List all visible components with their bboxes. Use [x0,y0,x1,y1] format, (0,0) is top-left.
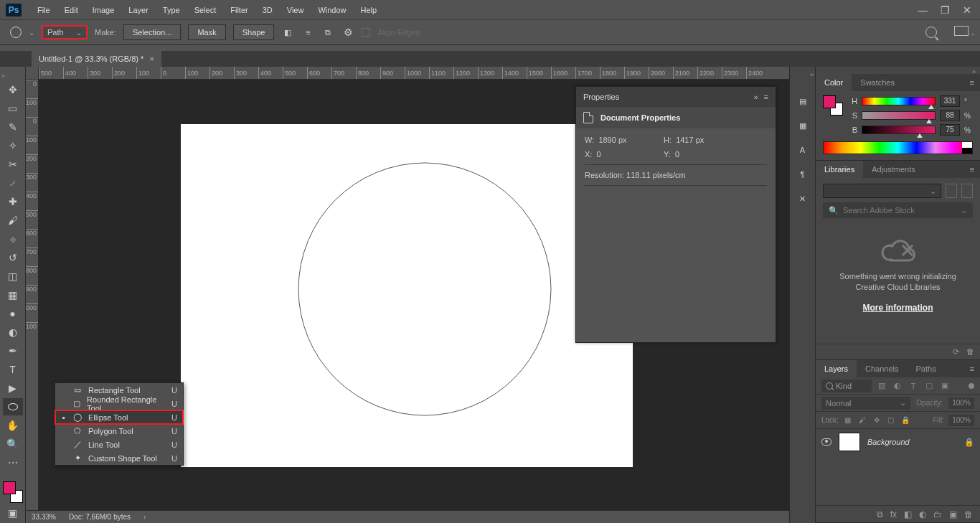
paragraph-panel-icon[interactable]: ¶ [796,167,810,182]
make-selection-button[interactable]: Selection... [123,24,181,40]
path-arrangement-icon[interactable]: ⧉ [321,26,334,39]
crop-tool-icon[interactable]: ✂ [3,156,23,173]
properties-panel-icon[interactable]: ▦ [796,118,810,133]
character-panel-icon[interactable]: A [796,143,810,157]
lock-image-icon[interactable]: 🖌 [857,416,867,424]
menu-file[interactable]: File [30,6,57,14]
eyedropper-tool-icon[interactable]: ⟋ [3,174,23,192]
filter-smart-icon[interactable]: ▣ [939,380,951,392]
color-fgbg-swatch[interactable] [823,95,843,116]
filter-adjustment-icon[interactable]: ◐ [892,380,903,392]
flyout-ellipse-tool[interactable]: ▪ ◯ Ellipse Tool U [55,410,183,424]
more-information-link[interactable]: More information [823,303,973,313]
library-picker-dropdown[interactable]: ⌄ [823,184,941,198]
canvas[interactable] [181,124,633,467]
ruler-horizontal[interactable]: 5004003002001000100200300400500600700800… [39,67,789,80]
foreground-color-swatch[interactable] [3,481,16,494]
color-spectrum[interactable] [823,141,973,154]
ruler-origin[interactable] [26,67,39,80]
window-restore-icon[interactable]: ❐ [941,4,950,16]
eraser-tool-icon[interactable]: ◫ [3,268,23,285]
trash-icon[interactable]: 🗑 [964,509,973,519]
move-tool-icon[interactable]: ✥ [3,81,23,98]
doc-info[interactable]: Doc: 7,66M/0 bytes [69,513,131,521]
foreground-color[interactable] [823,95,836,108]
blur-tool-icon[interactable]: ● [3,305,23,322]
layer-row-background[interactable]: Background 🔒 [816,429,980,455]
trash-icon[interactable]: 🗑 [966,347,974,357]
opacity-input[interactable]: 100% [948,397,974,409]
search-icon[interactable] [925,27,937,38]
layer-mask-icon[interactable]: ◧ [904,509,912,519]
history-panel-icon[interactable]: ▤ [796,94,810,108]
blend-mode-dropdown[interactable]: Normal⌄ [821,397,910,410]
close-icon[interactable]: × [149,55,154,63]
flyout-polygon-tool[interactable]: ⬠ Polygon Tool U [55,424,183,438]
window-minimize-icon[interactable]: — [918,4,928,16]
menu-select[interactable]: Select [187,6,224,14]
filter-type-icon[interactable]: T [908,380,919,392]
gradient-tool-icon[interactable]: ▦ [3,286,23,303]
tab-channels[interactable]: Channels [857,360,907,377]
tab-color[interactable]: Color [816,74,852,91]
make-shape-button[interactable]: Shape [233,24,275,40]
lock-icon[interactable]: 🔒 [964,438,974,447]
flyout-rounded-rectangle-tool[interactable]: ▢ Rounded Rectangle Tool U [55,397,183,410]
tool-preset-caret-icon[interactable]: ⌄ [29,29,34,37]
hand-tool-icon[interactable]: ✋ [3,417,23,434]
filter-toggle[interactable] [969,383,974,389]
layer-name[interactable]: Background [867,438,910,446]
fx-icon[interactable]: fx [890,509,897,519]
view-grid-icon[interactable] [946,184,957,198]
pen-tool-icon[interactable]: ✒ [3,342,23,359]
collapse-icon[interactable]: » [753,93,758,101]
link-layers-icon[interactable]: ⧉ [877,509,883,519]
window-close-icon[interactable]: ✕ [963,4,971,16]
document-tab[interactable]: Untitled-1 @ 33.3% (RGB/8) * × [32,51,161,67]
menu-help[interactable]: Help [354,6,385,14]
collapse-icon[interactable]: « [810,71,814,78]
marquee-tool-icon[interactable]: ▭ [3,100,23,117]
ruler-vertical[interactable]: 01000100200300400500600700800900000100 [26,80,39,510]
quick-select-tool-icon[interactable]: ✧ [3,137,23,154]
brushes-panel-icon[interactable]: ✕ [796,192,810,206]
path-select-tool-icon[interactable]: ▶ [3,380,23,397]
menu-layer[interactable]: Layer [121,6,156,14]
fill-input[interactable]: 100% [948,415,974,426]
menu-filter[interactable]: Filter [223,6,255,14]
adjustment-layer-icon[interactable]: ◐ [919,509,926,519]
panel-menu-icon[interactable]: ≡ [764,93,768,101]
lock-position-icon[interactable]: ✥ [872,416,882,424]
lock-artboard-icon[interactable]: ▢ [886,416,896,424]
tab-layers[interactable]: Layers [816,360,857,377]
history-brush-tool-icon[interactable]: ↺ [3,249,23,266]
panel-menu-icon[interactable]: ≡ [964,360,980,377]
layer-thumbnail[interactable] [839,433,860,451]
align-edges-checkbox[interactable] [362,28,370,37]
brightness-slider[interactable] [862,126,936,134]
library-search-input[interactable]: 🔍 Search Adobe Stock ⌄ [823,202,973,218]
flyout-custom-shape-tool[interactable]: ✦ Custom Shape Tool U [55,451,183,465]
properties-panel-header[interactable]: Properties » ≡ [576,87,776,107]
menu-type[interactable]: Type [156,6,187,14]
visibility-eye-icon[interactable] [821,438,831,446]
zoom-level[interactable]: 33.33% [32,513,56,521]
chevron-right-icon[interactable]: › [143,513,146,521]
new-group-icon[interactable]: 🗀 [933,509,942,519]
hue-slider[interactable] [862,97,936,105]
zoom-tool-icon[interactable]: 🔍 [3,435,23,453]
saturation-value[interactable]: 88 [940,110,960,121]
saturation-slider[interactable] [862,111,936,120]
layer-filter-kind-dropdown[interactable]: Kind [821,380,872,392]
tab-paths[interactable]: Paths [908,360,945,377]
panel-menu-icon[interactable]: ≡ [964,74,980,91]
stamp-tool-icon[interactable]: ⟐ [3,230,23,248]
lock-all-icon[interactable]: 🔒 [900,416,910,424]
chevron-down-icon[interactable]: ⌄ [971,30,976,37]
path-alignment-icon[interactable]: ≡ [301,26,314,39]
collapse-icon[interactable]: » [972,68,976,74]
path-operations-icon[interactable]: ◧ [281,26,294,39]
hue-value[interactable]: 331 [940,95,960,107]
lasso-tool-icon[interactable]: ✎ [3,118,23,136]
view-list-icon[interactable] [961,184,973,198]
